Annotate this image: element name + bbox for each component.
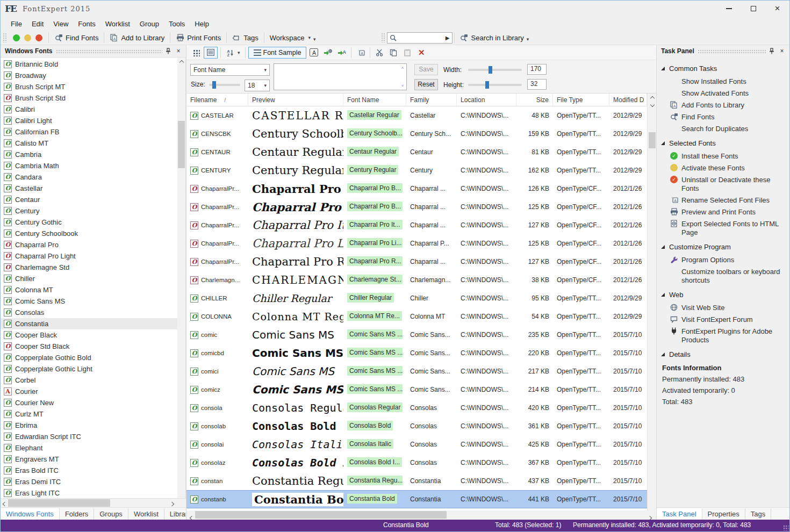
paste-button[interactable] (401, 47, 414, 59)
font-list-item[interactable]: OEras Demi ITC (1, 476, 177, 487)
font-list-item[interactable]: OChaparral Pro Light (1, 250, 177, 262)
font-sample-button[interactable]: Font Sample (248, 47, 307, 59)
tab-groups[interactable]: Groups (94, 508, 128, 520)
font-list-item[interactable]: OEras Bold ITC (1, 465, 177, 476)
rename-font-button[interactable]: 'A (354, 47, 367, 59)
thumbnails-view-button[interactable] (190, 47, 203, 59)
table-row[interactable]: OconsolaConsolas RegularConsolas Regular… (186, 399, 647, 417)
font-list-item[interactable]: OCurlz MT (1, 408, 177, 420)
sidebar-hscroll-thumb[interactable] (8, 499, 110, 507)
font-list-item[interactable]: OElephant (1, 442, 177, 454)
activate-font-button[interactable]: A (335, 47, 348, 59)
installed-dot-icon[interactable] (13, 34, 20, 41)
font-list-item[interactable]: OEngravers MT (1, 454, 177, 465)
table-row[interactable]: OChaparralPr...Chaparral Pro BoldChaparr… (186, 179, 647, 198)
delete-button[interactable]: ✕ (415, 47, 428, 59)
tab-worklist[interactable]: Worklist (128, 508, 164, 520)
sample-mode-select[interactable]: Font Name ▾ (190, 64, 270, 76)
table-scroll-up-icon[interactable] (648, 94, 657, 102)
font-list-item[interactable]: OCalibri (1, 104, 177, 115)
tags-button[interactable]: Tags (228, 32, 262, 44)
font-list-item[interactable]: OCentury Schoolbook (1, 228, 177, 239)
details-view-button[interactable] (204, 47, 218, 59)
font-list-item[interactable]: OCalisto MT (1, 138, 177, 149)
task-install-these-fonts[interactable]: ✓Install these Fonts (661, 150, 785, 162)
font-list-item[interactable]: OConsolas (1, 307, 177, 318)
column-header-modified-d[interactable]: Modified D (609, 94, 647, 106)
font-list-item[interactable]: OCalibri Light (1, 115, 177, 126)
width-slider[interactable] (468, 69, 522, 71)
table-row[interactable]: OCOLONNAColonna MT RegularColonna MT Re.… (186, 307, 647, 326)
table-row[interactable]: OcomicComic Sans MSComic Sans MS ...Comi… (186, 326, 647, 344)
minimize-button[interactable] (717, 1, 741, 17)
find-fonts-button[interactable]: Find Fonts (51, 32, 102, 44)
task-activate-these-fonts[interactable]: Activate these Fonts (661, 162, 785, 174)
table-row[interactable]: OChaparralPr...Chaparral Pro Light Itali… (186, 234, 647, 253)
sidebar-close-icon[interactable]: × (174, 47, 183, 55)
copy-button[interactable] (387, 47, 400, 59)
section-selected-fonts[interactable]: Selected Fonts (661, 139, 785, 147)
save-button[interactable]: Save (414, 64, 438, 75)
cut-button[interactable] (373, 47, 386, 59)
sample-scroll-up-icon[interactable]: ˄ (400, 66, 405, 70)
table-row[interactable]: OconsolaiConsolas ItalicConsolas ItalicC… (186, 435, 647, 454)
font-list-item[interactable]: OCambria Math (1, 160, 177, 171)
search-input[interactable]: ▶ (387, 32, 453, 44)
section-common-tasks[interactable]: Common Tasks (661, 64, 785, 73)
menu-file[interactable]: File (6, 18, 27, 30)
section-details[interactable]: Details (661, 350, 785, 358)
menu-tools[interactable]: Tools (164, 18, 190, 30)
font-list-item[interactable]: OCambria (1, 149, 177, 160)
table-row[interactable]: OChaparralPr...Chaparral Pro Bold Italic… (186, 198, 647, 216)
font-list-item[interactable]: OCalifornian FB (1, 126, 177, 138)
table-scroll-down-icon[interactable] (648, 102, 657, 110)
column-header-filename[interactable]: Filename/ (186, 94, 248, 106)
task-add-fonts-to-library[interactable]: AAdd Fonts to Library (661, 99, 785, 111)
sidebar-scroll-up-icon[interactable] (177, 57, 185, 66)
sample-scroll-down-icon[interactable]: ˅ (400, 83, 405, 88)
resize-grip[interactable] (783, 525, 788, 530)
section-web[interactable]: Web (661, 291, 785, 299)
font-list-item[interactable]: OCooper Black (1, 329, 177, 341)
task-program-options[interactable]: Program Options (661, 254, 785, 266)
column-header-location[interactable]: Location (457, 94, 516, 106)
column-header-file-type[interactable]: File Type (553, 94, 609, 106)
task-search-for-duplicates[interactable]: Search for Duplicates (661, 123, 785, 135)
sidebar-vertical-scrollbar[interactable] (177, 57, 185, 498)
table-row[interactable]: OCASTELARCASTELLAR REGULARCastellar Regu… (186, 106, 647, 125)
height-slider[interactable] (468, 84, 522, 86)
task-visit-fontexpert-forum[interactable]: Visit FontExpert Forum (661, 314, 785, 326)
table-row[interactable]: OcomicbdComic Sans MSComic Sans MS ...Co… (186, 344, 647, 362)
table-scroll-thumb[interactable] (649, 132, 656, 148)
task-export-selected-fonts-to-html-page[interactable]: Export Selected Fonts to HTML Page (661, 218, 785, 239)
table-row[interactable]: OCHILLERChiller RegularChiller RegularCh… (186, 289, 647, 307)
table-horizontal-scrollbar[interactable] (186, 511, 656, 520)
column-header-preview[interactable]: Preview (248, 94, 343, 106)
task-customize-toolbars-or-keyboard-shortcuts[interactable]: Customize toolbars or keyboard shortcuts (661, 266, 785, 286)
font-list-item[interactable]: OCentury (1, 205, 177, 217)
font-list-item[interactable]: OChiller (1, 273, 177, 284)
task-visit-web-site[interactable]: Visit Web Site (661, 302, 785, 314)
table-row[interactable]: OcomiczComic Sans MSComic Sans MS ...Com… (186, 380, 647, 399)
column-header-font-name[interactable]: Font Name (343, 94, 406, 106)
task-show-activated-fonts[interactable]: Show Activated Fonts (661, 88, 785, 99)
sort-button[interactable]: AZ▾ (224, 47, 242, 59)
tab-tags[interactable]: Tags (745, 508, 771, 520)
column-header-size[interactable]: Size (516, 94, 553, 106)
table-row[interactable]: OCENTURYCentury RegularCentury RegularCe… (186, 161, 647, 179)
table-hscroll-thumb[interactable] (195, 511, 447, 519)
size-slider[interactable] (209, 84, 240, 86)
menu-group[interactable]: Group (135, 18, 164, 30)
font-list-item[interactable]: OCopperplate Gothic Light (1, 363, 177, 375)
font-list-item[interactable]: OComic Sans MS (1, 296, 177, 307)
task-find-fonts[interactable]: Find Fonts (661, 111, 785, 123)
font-list-item[interactable]: OCentury Gothic (1, 217, 177, 228)
search-toolbar-grip[interactable] (381, 33, 385, 42)
table-row[interactable]: OCENSCBKCentury SchoolbookCentury School… (186, 125, 647, 143)
section-customize-program[interactable]: Customize Program (661, 243, 785, 251)
menu-help[interactable]: Help (190, 18, 214, 30)
menu-view[interactable]: View (48, 18, 73, 30)
deactivated-dot-icon[interactable] (35, 34, 42, 41)
task-uninstall-or-deactivate-these-fonts[interactable]: ✓Uninstall or Deactivate these Fonts (661, 174, 785, 195)
table-row[interactable]: OCENTAURCentaur RegularCentaur RegularCe… (186, 143, 647, 161)
